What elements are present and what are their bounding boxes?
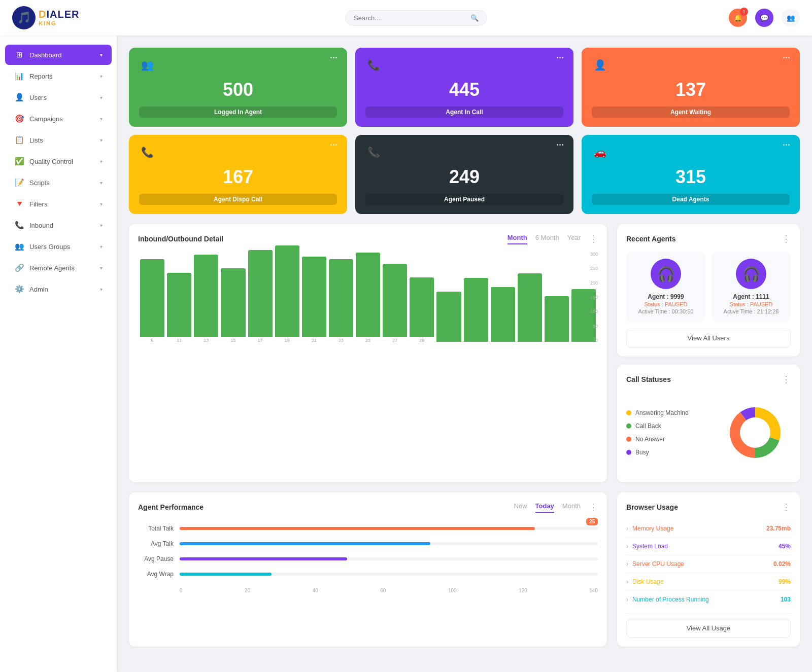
logo-king: KING [39,20,79,27]
sidebar-label-users: Users [29,94,95,101]
y-label: 150 [590,295,598,300]
stat-dots-dead[interactable] [783,144,790,146]
notification-badge: 1 [740,8,748,16]
main-grid-row1: Inbound/Outbound Detail Month6 MonthYear… [129,224,800,482]
main-layout: ⊞ Dashboard ▾ 📊 Reports ▾ 👤 Users ▾ 🎯 Ca… [0,36,812,672]
sidebar-icon-dashboard: ⊞ [14,50,24,60]
search-input[interactable] [354,14,466,22]
sidebar-item-remote-agents[interactable]: 🔗 Remote Agents ▾ [5,258,112,278]
usage-left-4: › Number of Process Running [626,596,709,603]
stat-icon-in-call: 📞 [365,57,382,73]
chevron-dashboard: ▾ [100,52,103,58]
call-statuses-more[interactable]: ⋮ [782,374,791,385]
panel-header-chart: Inbound/Outbound Detail Month6 MonthYear… [138,233,598,244]
sidebar-item-scripts[interactable]: 📝 Scripts ▾ [5,172,112,193]
header: 🎵 DIALER KING 🔍 🔔 1 💬 👥 [0,0,812,36]
usage-row-2[interactable]: › Server CPU Usage 0.02% [626,555,791,573]
sidebar-item-quality-control[interactable]: ✅ Quality Control ▾ [5,151,112,171]
y-label: 0 [590,338,598,343]
agent-status-9999: Status : PAUSED [633,301,698,307]
sidebar-icon-scripts: 📝 [14,178,24,188]
usage-row-4[interactable]: › Number of Process Running 103 [626,591,791,608]
sidebar-label-users-groups: Users Groups [29,243,95,251]
usage-row-3[interactable]: › Disk Usage 99% [626,573,791,591]
usage-row-1[interactable]: › System Load 45% [626,538,791,555]
bar-col: 19 [275,245,299,343]
sidebar-item-filters[interactable]: 🔻 Filters ▾ [5,194,112,214]
chart-tab-month[interactable]: Month [507,234,527,244]
sidebar-label-filters: Filters [29,200,95,208]
chart-tab-year[interactable]: Year [567,234,581,244]
bar-col [436,292,461,343]
perf-track-3 [180,573,598,576]
chevron-users: ▾ [100,95,103,100]
stat-dots-in-call[interactable] [557,57,563,58]
bar-label: 13 [204,338,209,343]
bar [436,292,461,342]
chevron-admin: ▾ [100,287,103,292]
notification-button[interactable]: 🔔 1 [729,9,747,27]
user-button[interactable]: 👥 [782,9,800,27]
stat-icon-dispo: 📞 [139,144,155,160]
bar [248,250,273,337]
view-all-usage-button[interactable]: View All Usage [626,619,791,638]
right-column: Recent Agents ⋮ 🎧 Agent : 9999 Status : … [617,224,800,482]
bar-col: 29 [410,277,434,343]
usage-row-0[interactable]: › Memory Usage 23.75mb [626,520,791,538]
perf-row-3: Avg Wrap [138,571,598,578]
recent-agents-more[interactable]: ⋮ [782,233,791,244]
agent-time-9999: Active Time : 00:30:50 [633,308,698,314]
message-button[interactable]: 💬 [755,9,773,27]
chart-tab-6-month[interactable]: 6 Month [535,234,559,244]
bar-col [545,296,569,343]
legend-dot-2 [626,437,631,442]
sidebar-label-campaigns: Campaigns [29,115,95,123]
chart-more[interactable]: ⋮ [589,233,598,244]
stat-label-dispo: Agent Dispo Call [139,194,337,205]
sidebar-item-lists[interactable]: 📋 Lists ▾ [5,130,112,150]
sidebar-item-users-groups[interactable]: 👥 Users Groups ▾ [5,236,112,257]
bar [221,268,245,337]
y-axis: 300250200150100500 [590,252,598,343]
notification-icon: 🔔 [734,14,742,22]
bar [302,257,326,337]
sidebar-item-campaigns[interactable]: 🎯 Campaigns ▾ [5,109,112,129]
stat-dots-paused[interactable] [557,144,563,146]
view-all-users-button[interactable]: View All Users [626,329,791,347]
perf-tab-today[interactable]: Today [535,502,554,513]
sidebar-icon-lists: 📋 [14,135,24,145]
perf-more[interactable]: ⋮ [589,502,598,513]
perf-tab-now[interactable]: Now [514,502,527,513]
bar [383,264,407,337]
sidebar-item-users[interactable]: 👤 Users ▾ [5,87,112,108]
usage-more[interactable]: ⋮ [782,502,791,513]
sidebar-icon-filters: 🔻 [14,199,24,209]
stat-card-top-dead: 🚗 [592,144,790,160]
agent-name-9999: Agent : 9999 [633,293,698,300]
perf-tab-month[interactable]: Month [562,502,581,513]
sidebar-item-dashboard[interactable]: ⊞ Dashboard ▾ [5,45,112,65]
bar-col: 11 [167,273,191,343]
search-box: 🔍 [345,10,487,26]
usage-name-0: Memory Usage [632,525,673,532]
perf-row-1: Avg Talk [138,540,598,547]
legend-item-0: Answering Machine [626,409,709,416]
chevron-lists: ▾ [100,137,103,143]
perf-row-label-2: Avg Pause [138,555,174,562]
sidebar-label-scripts: Scripts [29,179,95,187]
chevron-filters: ▾ [100,201,103,207]
stat-dots-logged-in[interactable] [330,57,337,58]
stat-dots-dispo[interactable] [330,144,337,146]
stat-label-dead: Dead Agents [592,194,790,205]
stat-card-top-paused: 📞 [365,144,563,160]
headset-icon: 🎧 [657,266,675,282]
sidebar-item-admin[interactable]: ⚙️ Admin ▾ [5,279,112,299]
logo: 🎵 DIALER KING [12,6,104,29]
logo-icon: 🎵 [12,6,36,29]
legend-label-3: Busy [635,449,649,456]
search-area: 🔍 [104,10,729,26]
sidebar-item-reports[interactable]: 📊 Reports ▾ [5,66,112,86]
stat-card-top-waiting: 👤 [592,57,790,73]
sidebar-item-inbound[interactable]: 📞 Inbound ▾ [5,215,112,235]
stat-dots-waiting[interactable] [783,57,790,58]
